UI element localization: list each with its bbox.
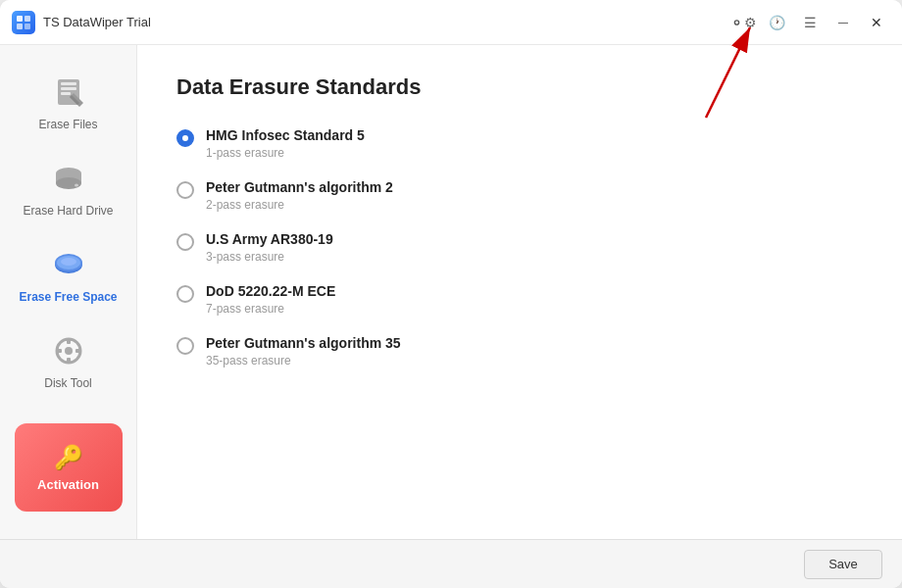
erase-hard-drive-label: Erase Hard Drive	[23, 204, 113, 218]
svg-point-13	[75, 184, 78, 187]
option-gutmann35-desc: 35-pass erasure	[206, 354, 401, 368]
radio-dod[interactable]	[176, 285, 194, 303]
sidebar: Erase Files Erase Hard Drive	[0, 45, 137, 539]
sidebar-item-erase-free-space[interactable]: Erase Free Space	[10, 233, 127, 316]
app-icon	[12, 11, 35, 34]
settings-button[interactable]: ⚙	[729, 9, 757, 36]
svg-rect-3	[25, 16, 30, 22]
svg-point-12	[56, 177, 81, 189]
svg-rect-5	[25, 24, 30, 29]
svg-rect-21	[67, 358, 71, 363]
option-gutmann35-text: Peter Gutmann's algorithm 35 35-pass era…	[206, 335, 401, 368]
menu-button[interactable]: ☰	[796, 9, 824, 36]
option-army-name: U.S Army AR380-19	[206, 231, 333, 247]
activation-button[interactable]: 🔑 Activation	[15, 423, 123, 512]
radio-gutmann2[interactable]	[176, 181, 194, 199]
option-army-desc: 3-pass erasure	[206, 250, 333, 264]
clock-button[interactable]: 🕐	[763, 9, 790, 36]
erase-files-label: Erase Files	[38, 118, 97, 131]
disk-tool-label: Disk Tool	[44, 376, 91, 390]
minimize-button[interactable]: ─	[829, 9, 857, 36]
activation-section: 🔑 Activation	[0, 423, 136, 523]
option-dod-name: DoD 5220.22-M ECE	[206, 283, 335, 299]
option-army-text: U.S Army AR380-19 3-pass erasure	[206, 231, 333, 264]
svg-rect-20	[67, 339, 71, 344]
app-window: TS DataWiper Trial ⚙ 🕐 ☰ ─ ✕	[0, 0, 902, 588]
option-gutmann2-name: Peter Gutmann's algorithm 2	[206, 179, 393, 195]
option-dod-text: DoD 5220.22-M ECE 7-pass erasure	[206, 283, 335, 316]
erase-hard-drive-icon	[49, 159, 88, 198]
main-layout: Erase Files Erase Hard Drive	[0, 45, 902, 539]
option-hmg-text: HMG Infosec Standard 5 1-pass erasure	[206, 127, 365, 160]
radio-hmg[interactable]	[176, 129, 194, 147]
radio-gutmann35[interactable]	[176, 337, 194, 355]
app-title: TS DataWiper Trial	[43, 15, 729, 29]
svg-rect-22	[57, 349, 62, 353]
option-gutmann2[interactable]: Peter Gutmann's algorithm 2 2-pass erasu…	[176, 179, 863, 212]
save-button[interactable]: Save	[804, 550, 882, 579]
svg-point-17	[61, 258, 76, 266]
option-gutmann2-text: Peter Gutmann's algorithm 2 2-pass erasu…	[206, 179, 393, 212]
option-dod-desc: 7-pass erasure	[206, 302, 335, 316]
title-bar: TS DataWiper Trial ⚙ 🕐 ☰ ─ ✕	[0, 0, 902, 45]
erasure-options-list: HMG Infosec Standard 5 1-pass erasure Pe…	[176, 127, 863, 368]
sidebar-item-erase-hard-drive[interactable]: Erase Hard Drive	[10, 147, 127, 229]
svg-rect-23	[75, 349, 80, 353]
option-gutmann35-name: Peter Gutmann's algorithm 35	[206, 335, 401, 351]
option-dod[interactable]: DoD 5220.22-M ECE 7-pass erasure	[176, 283, 863, 316]
svg-point-19	[65, 347, 73, 355]
radio-army[interactable]	[176, 233, 194, 251]
erase-free-space-label: Erase Free Space	[19, 290, 117, 304]
svg-rect-2	[17, 16, 23, 22]
disk-tool-icon	[49, 331, 88, 370]
erase-files-icon	[49, 73, 88, 112]
footer: Save	[0, 539, 902, 588]
svg-rect-9	[61, 92, 71, 95]
svg-rect-8	[61, 87, 76, 90]
window-controls: ⚙ 🕐 ☰ ─ ✕	[729, 9, 890, 36]
activation-label: Activation	[37, 477, 99, 492]
option-hmg-name: HMG Infosec Standard 5	[206, 127, 365, 143]
option-hmg[interactable]: HMG Infosec Standard 5 1-pass erasure	[176, 127, 863, 160]
svg-rect-4	[17, 24, 23, 29]
option-hmg-desc: 1-pass erasure	[206, 146, 365, 160]
svg-rect-7	[61, 82, 76, 85]
erase-free-space-icon	[49, 245, 88, 284]
page-title: Data Erasure Standards	[176, 74, 863, 100]
option-gutmann35[interactable]: Peter Gutmann's algorithm 35 35-pass era…	[176, 335, 863, 368]
close-button[interactable]: ✕	[863, 9, 890, 36]
content-area: Data Erasure Standards HMG Infosec Stand…	[137, 45, 902, 539]
sidebar-item-disk-tool[interactable]: Disk Tool	[10, 319, 127, 402]
option-army[interactable]: U.S Army AR380-19 3-pass erasure	[176, 231, 863, 264]
key-icon: 🔑	[54, 444, 83, 471]
sidebar-item-erase-files[interactable]: Erase Files	[10, 61, 127, 143]
option-gutmann2-desc: 2-pass erasure	[206, 198, 393, 212]
